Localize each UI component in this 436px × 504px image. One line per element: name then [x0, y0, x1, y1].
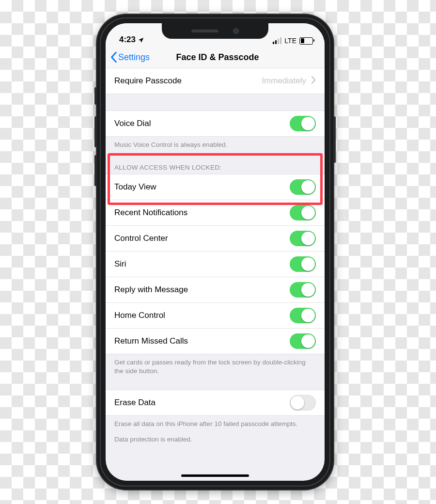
footer-erase-2: Data protection is enabled. [106, 433, 325, 449]
row-value: Immediately [262, 76, 306, 86]
screen: 4:23 LTE Settings Face ID & Passcode [106, 23, 325, 481]
row-label: Siri [114, 259, 126, 269]
row-require-passcode[interactable]: Require Passcode Immediately [106, 68, 325, 94]
volume-up-button [94, 116, 97, 147]
chevron-left-icon [110, 52, 117, 63]
row-label: Return Missed Calls [114, 336, 188, 346]
row-today-view[interactable]: Today View [106, 174, 325, 200]
row-erase-data[interactable]: Erase Data [106, 390, 325, 416]
footer-erase-1: Erase all data on this iPhone after 10 f… [106, 416, 325, 433]
row-recent-notifications[interactable]: Recent Notifications [106, 200, 325, 226]
toggle-home-control[interactable] [290, 308, 316, 323]
volume-down-button [94, 155, 97, 186]
toggle-today-view[interactable] [290, 179, 316, 195]
battery-icon [299, 37, 313, 45]
cell-signal-icon [273, 37, 281, 44]
phone-frame: 4:23 LTE Settings Face ID & Passcode [97, 15, 333, 489]
row-siri[interactable]: Siri [106, 252, 325, 277]
row-label: Voice Dial [114, 119, 151, 128]
row-reply-with-message[interactable]: Reply with Message [106, 277, 325, 303]
row-voice-dial[interactable]: Voice Dial [106, 110, 325, 137]
nav-bar: Settings Face ID & Passcode [106, 46, 325, 69]
row-label: Control Center [114, 234, 168, 243]
toggle-voice-dial[interactable] [290, 116, 316, 131]
row-return-missed-calls[interactable]: Return Missed Calls [106, 329, 325, 354]
home-indicator[interactable] [181, 474, 249, 477]
back-button[interactable]: Settings [110, 52, 150, 63]
footer-allow-access: Get cards or passes ready from the lock … [106, 354, 325, 380]
status-time: 4:23 [119, 35, 136, 45]
mute-switch [94, 87, 97, 105]
toggle-siri[interactable] [290, 256, 316, 272]
toggle-control-center[interactable] [290, 231, 316, 246]
toggle-recent-notifications[interactable] [290, 205, 316, 220]
footer-voice-dial: Music Voice Control is always enabled. [106, 137, 325, 154]
toggle-return-missed-calls[interactable] [290, 333, 316, 349]
back-label: Settings [118, 52, 150, 63]
row-label: Home Control [114, 311, 165, 320]
spacer [106, 381, 325, 390]
toggle-erase-data[interactable] [290, 395, 316, 410]
section-header-allow-access: ALLOW ACCESS WHEN LOCKED: [106, 154, 325, 174]
front-camera [233, 28, 239, 34]
settings-list[interactable]: Require Passcode Immediately Voice Dial … [106, 68, 325, 481]
row-control-center[interactable]: Control Center [106, 226, 325, 252]
chevron-right-icon [311, 76, 316, 86]
row-home-control[interactable]: Home Control [106, 303, 325, 329]
row-label: Erase Data [114, 398, 156, 408]
row-label: Today View [114, 182, 156, 192]
side-button [333, 116, 336, 163]
speaker-grille [191, 30, 218, 32]
row-label: Require Passcode [114, 76, 182, 86]
row-label: Recent Notifications [114, 208, 187, 218]
toggle-reply-with-message[interactable] [290, 282, 316, 298]
location-icon [138, 36, 144, 43]
network-label: LTE [284, 37, 296, 45]
spacer [106, 94, 325, 110]
row-label: Reply with Message [114, 285, 188, 295]
notch [162, 23, 268, 39]
